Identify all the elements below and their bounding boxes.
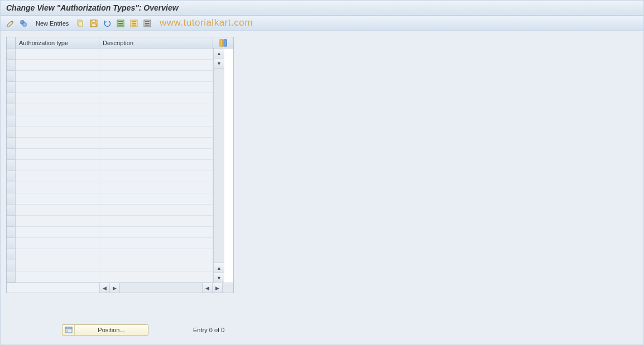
cell-description[interactable] (99, 249, 213, 260)
cell-auth-type[interactable] (16, 160, 99, 171)
table-row (7, 48, 213, 60)
cell-description[interactable] (99, 216, 213, 227)
row-selector[interactable] (7, 216, 16, 227)
scroll-track[interactable] (214, 69, 224, 263)
row-selector[interactable] (7, 160, 16, 171)
change-icon[interactable] (5, 18, 16, 29)
cell-description[interactable] (99, 260, 213, 271)
table-row (7, 193, 213, 205)
cell-description[interactable] (99, 149, 213, 160)
row-selector[interactable] (7, 48, 16, 60)
hscroll-left2-icon[interactable]: ◀ (202, 283, 212, 293)
hscroll-track[interactable] (119, 283, 202, 293)
row-selector[interactable] (7, 115, 16, 127)
row-selector[interactable] (7, 171, 16, 182)
position-button[interactable]: Position... (62, 324, 148, 336)
undo-icon[interactable] (102, 18, 113, 29)
vertical-scrollbar[interactable]: ▲ ▼ ▲ ▼ (213, 48, 224, 283)
cell-auth-type[interactable] (16, 171, 99, 182)
scroll-up-icon[interactable]: ▲ (214, 48, 224, 59)
hscroll-right2-icon[interactable]: ▶ (212, 283, 222, 293)
cell-auth-type[interactable] (16, 93, 99, 104)
row-selector[interactable] (7, 149, 16, 160)
cell-auth-type[interactable] (16, 60, 99, 71)
cell-description[interactable] (99, 60, 213, 71)
cell-description[interactable] (99, 71, 213, 82)
copy-icon[interactable] (75, 18, 86, 29)
col-header-description[interactable]: Description (99, 37, 213, 48)
svg-rect-5 (92, 20, 95, 22)
cell-auth-type[interactable] (16, 138, 99, 149)
page-title: Change View "Authorization Types": Overv… (1, 1, 643, 16)
cell-auth-type[interactable] (16, 71, 99, 82)
cell-auth-type[interactable] (16, 205, 99, 216)
cell-description[interactable] (99, 160, 213, 171)
cell-auth-type[interactable] (16, 260, 99, 271)
cell-description[interactable] (99, 82, 213, 93)
row-selector[interactable] (7, 271, 16, 283)
cell-auth-type[interactable] (16, 149, 99, 160)
table-row (7, 271, 213, 283)
row-selector[interactable] (7, 138, 16, 149)
cell-auth-type[interactable] (16, 127, 99, 138)
cell-auth-type[interactable] (16, 182, 99, 193)
cell-description[interactable] (99, 171, 213, 182)
cell-description[interactable] (99, 104, 213, 115)
row-selector[interactable] (7, 60, 16, 71)
row-selector-header[interactable] (7, 37, 16, 48)
find-icon[interactable] (18, 18, 30, 29)
row-selector[interactable] (7, 249, 16, 260)
table-row (7, 82, 213, 93)
row-selector[interactable] (7, 238, 16, 249)
cell-auth-type[interactable] (16, 227, 99, 238)
cell-description[interactable] (99, 193, 213, 205)
row-selector[interactable] (7, 260, 16, 271)
hscroll-left-icon[interactable]: ◀ (99, 283, 109, 293)
new-entries-button[interactable]: New Entries (32, 18, 73, 29)
col-header-auth-type[interactable]: Authorization type (16, 37, 99, 48)
save-icon[interactable] (88, 18, 99, 29)
horizontal-scrollbar[interactable]: ◀ ▶ ◀ ▶ (7, 283, 233, 293)
hscroll-right-icon[interactable]: ▶ (109, 283, 119, 293)
deselect-all-icon[interactable] (128, 18, 140, 29)
row-selector[interactable] (7, 127, 16, 138)
svg-rect-6 (92, 24, 96, 26)
cell-auth-type[interactable] (16, 249, 99, 260)
cell-description[interactable] (99, 115, 213, 127)
row-selector[interactable] (7, 193, 16, 205)
scroll-up2-icon[interactable]: ▲ (214, 263, 224, 273)
select-all-icon[interactable] (115, 18, 126, 29)
row-selector[interactable] (7, 104, 16, 115)
cell-description[interactable] (99, 205, 213, 216)
row-selector[interactable] (7, 93, 16, 104)
cell-description[interactable] (99, 227, 213, 238)
cell-auth-type[interactable] (16, 48, 99, 60)
scroll-down2-icon[interactable]: ▼ (214, 273, 224, 283)
cell-auth-type[interactable] (16, 115, 99, 127)
cell-auth-type[interactable] (16, 193, 99, 205)
cell-description[interactable] (99, 48, 213, 60)
print-icon[interactable] (142, 18, 153, 29)
table-row (7, 160, 213, 171)
cell-auth-type[interactable] (16, 82, 99, 93)
cell-description[interactable] (99, 182, 213, 193)
table-config-icon[interactable] (213, 37, 233, 48)
row-selector[interactable] (7, 227, 16, 238)
cell-description[interactable] (99, 271, 213, 283)
cell-auth-type[interactable] (16, 271, 99, 283)
cell-description[interactable] (99, 93, 213, 104)
row-selector[interactable] (7, 82, 16, 93)
row-selector[interactable] (7, 182, 16, 193)
toolbar: New Entries (1, 16, 643, 31)
cell-description[interactable] (99, 138, 213, 149)
cell-auth-type[interactable] (16, 104, 99, 115)
svg-rect-16 (145, 21, 150, 22)
cell-description[interactable] (99, 127, 213, 138)
scroll-down-icon[interactable]: ▼ (214, 59, 224, 69)
row-selector[interactable] (7, 205, 16, 216)
row-selector[interactable] (7, 71, 16, 82)
cell-auth-type[interactable] (16, 216, 99, 227)
cell-description[interactable] (99, 238, 213, 249)
svg-rect-14 (132, 25, 136, 26)
cell-auth-type[interactable] (16, 238, 99, 249)
